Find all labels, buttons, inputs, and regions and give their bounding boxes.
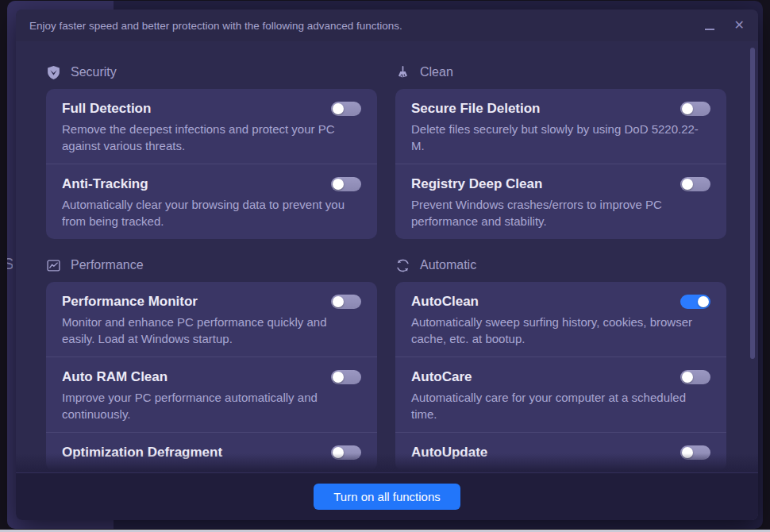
section-label: Performance (71, 258, 144, 272)
item-description: Automatically clear your browsing data t… (62, 196, 361, 229)
toggle-full-detection[interactable] (331, 102, 361, 116)
screenshot-root: S Enjoy faster speed and better protecti… (0, 0, 770, 532)
list-item-full-detection: Full Detection Remove the deepest infect… (46, 89, 377, 164)
list-item-optimization-defragment: Optimization Defragment (46, 432, 377, 471)
background-text-fragment: S (7, 255, 13, 273)
dialog-content: Security Full Detection Remove the deepe… (16, 41, 758, 472)
broom-icon (395, 65, 410, 80)
security-card: Full Detection Remove the deepest infect… (46, 89, 377, 239)
toggle-performance-monitor[interactable] (331, 295, 361, 309)
performance-card: Performance Monitor Monitor and enhance … (46, 282, 377, 471)
close-icon[interactable]: ✕ (734, 20, 745, 31)
section-header-performance: Performance (46, 256, 377, 274)
item-title: Anti-Tracking (62, 175, 148, 193)
item-description: Monitor and enhance PC performance quick… (62, 314, 361, 347)
dialog-titlebar: Enjoy faster speed and better protection… (16, 10, 758, 41)
list-item-secure-file-deletion: Secure File Deletion Delete files secure… (395, 89, 726, 164)
dialog-title: Enjoy faster speed and better protection… (29, 20, 402, 32)
section-header-security: Security (46, 64, 377, 81)
section-clean: Clean Secure File Deletion Delete files … (395, 64, 726, 239)
item-title: Secure File Deletion (411, 99, 541, 118)
section-automatic: Automatic AutoClean Automatically sweep … (395, 239, 726, 471)
section-performance: Performance Performance Monitor Monitor … (46, 239, 377, 471)
item-title: Performance Monitor (62, 292, 198, 310)
item-title: AutoUpdate (411, 443, 487, 461)
section-label: Clean (420, 65, 453, 79)
toggle-optimization-defragment[interactable] (331, 445, 361, 460)
toggle-registry-deep-clean[interactable] (680, 177, 710, 191)
section-security: Security Full Detection Remove the deepe… (46, 64, 377, 239)
turn-on-all-functions-button[interactable]: Turn on all functions (314, 484, 460, 510)
item-title: Registry Deep Clean (411, 175, 542, 193)
item-description: Automatically care for your computer at … (411, 389, 710, 422)
section-label: Automatic (420, 258, 476, 272)
item-title: Full Detection (62, 99, 151, 118)
toggle-autocare[interactable] (680, 370, 710, 384)
sections-grid: Security Full Detection Remove the deepe… (46, 64, 726, 471)
advanced-functions-dialog: Enjoy faster speed and better protection… (16, 10, 758, 520)
toggle-anti-tracking[interactable] (331, 177, 361, 191)
item-description: Automatically sweep surfing history, coo… (411, 314, 710, 347)
window-controls: ✕ (704, 20, 745, 31)
item-description: Prevent Windows crashes/errors to improv… (411, 196, 710, 229)
list-item-auto-ram-clean: Auto RAM Clean Improve your PC performan… (46, 357, 377, 432)
performance-icon (46, 258, 61, 273)
scrollbar-thumb[interactable] (750, 48, 755, 359)
section-label: Security (71, 65, 117, 79)
list-item-anti-tracking: Anti-Tracking Automatically clear your b… (46, 164, 377, 239)
item-description: Delete files securely but slowly by usin… (411, 121, 710, 154)
toggle-autoclean[interactable] (680, 295, 710, 309)
item-title: AutoClean (411, 292, 479, 310)
item-title: AutoCare (411, 368, 472, 386)
dialog-footer: Turn on all functions (16, 472, 758, 520)
item-description: Improve your PC performance automaticall… (62, 389, 361, 422)
automatic-card: AutoClean Automatically sweep surfing hi… (395, 282, 726, 471)
list-item-autoclean: AutoClean Automatically sweep surfing hi… (395, 282, 726, 357)
minimize-icon[interactable] (704, 20, 715, 31)
refresh-icon (395, 258, 410, 273)
item-description: Remove the deepest infections and protec… (62, 121, 361, 154)
toggle-autoupdate[interactable] (680, 445, 710, 460)
section-header-clean: Clean (395, 64, 726, 81)
section-header-automatic: Automatic (395, 256, 726, 274)
item-title: Auto RAM Clean (62, 368, 167, 386)
list-item-autocare: AutoCare Automatically care for your com… (395, 357, 726, 432)
clean-card: Secure File Deletion Delete files secure… (395, 89, 726, 239)
item-title: Optimization Defragment (62, 443, 222, 461)
list-item-performance-monitor: Performance Monitor Monitor and enhance … (46, 282, 377, 357)
list-item-autoupdate: AutoUpdate (395, 432, 726, 471)
toggle-auto-ram-clean[interactable] (331, 370, 361, 384)
shield-icon (46, 65, 61, 80)
list-item-registry-deep-clean: Registry Deep Clean Prevent Windows cras… (395, 164, 726, 239)
toggle-secure-file-deletion[interactable] (680, 102, 710, 116)
